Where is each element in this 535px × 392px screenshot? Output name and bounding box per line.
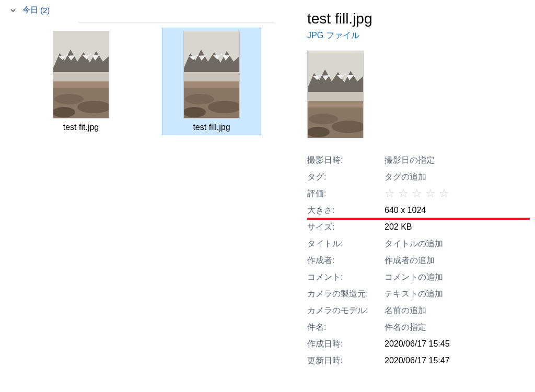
chevron-down-icon	[8, 7, 18, 14]
property-value: ☆☆☆☆☆	[385, 185, 525, 202]
property-value[interactable]: 名前の追加	[385, 302, 525, 319]
property-row: コメント:コメントの追加	[307, 269, 525, 286]
details-properties: 撮影日時:撮影日の指定タグ:タグの追加評価:☆☆☆☆☆大きさ:640 x 102…	[307, 152, 525, 369]
file-thumbnail	[183, 31, 240, 118]
property-label: 評価:	[307, 185, 385, 202]
property-label: カメラのモデル:	[307, 302, 385, 319]
property-value: 640 x 1024	[385, 202, 525, 219]
star-icon[interactable]: ☆	[398, 185, 409, 202]
property-label: タグ:	[307, 169, 385, 185]
property-value: 2020/06/17 15:45	[385, 336, 525, 352]
property-label: サイズ:	[307, 219, 385, 235]
property-value[interactable]: タイトルの追加	[385, 235, 525, 252]
property-row: タイトル:タイトルの追加	[307, 235, 525, 252]
property-label: コメント:	[307, 269, 385, 286]
property-value[interactable]: 作成者の追加	[385, 252, 525, 269]
property-row: カメラの製造元:テキストの追加	[307, 286, 525, 302]
property-label: 撮影日時:	[307, 152, 385, 169]
property-row: 撮影日時:撮影日の指定	[307, 152, 525, 169]
property-label: 更新日時:	[307, 352, 385, 369]
property-row: 更新日時:2020/06/17 15:47	[307, 352, 525, 369]
property-value[interactable]: 件名の指定	[385, 319, 525, 336]
property-value: 2020/06/17 15:47	[385, 352, 525, 369]
property-row: 件名:件名の指定	[307, 319, 525, 336]
file-item[interactable]: test fill.jpg	[162, 28, 261, 135]
property-label: タイトル:	[307, 235, 385, 252]
property-value[interactable]: 撮影日の指定	[385, 152, 525, 169]
group-count: (2)	[40, 6, 50, 15]
star-icon[interactable]: ☆	[439, 185, 449, 202]
details-title: test fill.jpg	[307, 10, 525, 27]
property-label: 件名:	[307, 319, 385, 336]
file-label: test fill.jpg	[165, 123, 258, 132]
file-item[interactable]: test fit.jpg	[31, 28, 131, 135]
property-value[interactable]: タグの追加	[385, 169, 525, 185]
rating-stars[interactable]: ☆☆☆☆☆	[385, 185, 525, 202]
property-label: 作成者:	[307, 252, 385, 269]
property-value[interactable]: コメントの追加	[385, 269, 525, 286]
property-row: 作成日時:2020/06/17 15:45	[307, 336, 525, 352]
property-label: 大きさ:	[307, 202, 385, 219]
file-label: test fit.jpg	[34, 123, 127, 132]
property-row: タグ:タグの追加	[307, 169, 525, 185]
property-row: サイズ:202 KB	[307, 219, 525, 235]
details-subtitle: JPG ファイル	[307, 30, 525, 41]
property-row: 評価:☆☆☆☆☆	[307, 185, 525, 202]
property-value: 202 KB	[385, 219, 525, 235]
group-separator	[78, 22, 274, 22]
property-value[interactable]: テキストの追加	[385, 286, 525, 302]
details-preview-image	[307, 51, 364, 138]
property-label: 作成日時:	[307, 336, 385, 352]
file-thumbnail	[53, 31, 109, 118]
star-icon[interactable]: ☆	[385, 185, 395, 202]
star-icon[interactable]: ☆	[425, 185, 436, 202]
property-label: カメラの製造元:	[307, 286, 385, 302]
group-header-today[interactable]: 今日 (2)	[8, 5, 292, 15]
property-row: 作成者:作成者の追加	[307, 252, 525, 269]
property-row: 大きさ:640 x 1024	[307, 202, 525, 219]
group-label: 今日	[22, 5, 38, 15]
property-row: カメラのモデル:名前の追加	[307, 302, 525, 319]
star-icon[interactable]: ☆	[412, 185, 422, 202]
